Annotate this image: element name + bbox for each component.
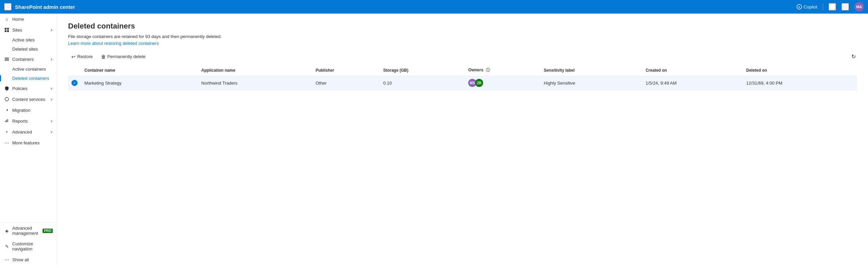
svg-rect-7 [5, 30, 6, 32]
sidebar-advanced-label: Advanced [12, 129, 48, 135]
svg-rect-1 [5, 6, 11, 7]
svg-point-10 [6, 131, 7, 132]
sidebar-item-reports[interactable]: Reports ∨ [0, 116, 57, 126]
permanently-delete-icon: 🗑 [101, 54, 106, 59]
svg-rect-2 [5, 8, 11, 9]
row-storage-gb: 0.10 [380, 76, 465, 90]
sidebar-item-containers[interactable]: Containers ∧ [0, 54, 57, 65]
sidebar-item-show-all[interactable]: ⋯ Show all [0, 254, 57, 265]
sidebar-more-features-label: More features [12, 140, 53, 145]
topbar-right: ✦ Copilot MA [797, 2, 864, 12]
topbar: SharePoint admin center ✦ Copilot MA [0, 0, 868, 14]
restore-button[interactable]: ↩ Restore [68, 52, 96, 61]
sidebar-policies-label: Policies [12, 86, 48, 91]
svg-rect-5 [5, 28, 6, 30]
svg-rect-0 [5, 4, 11, 5]
table-header: Container name Application name Publishe… [68, 65, 857, 76]
refresh-button[interactable]: ↻ [850, 52, 857, 61]
owner-avatar: ZR [475, 79, 483, 87]
sidebar-item-active-sites[interactable]: Active sites [0, 35, 57, 45]
col-deleted-on: Deleted on [743, 65, 857, 76]
containers-chevron-icon: ∧ [50, 57, 53, 61]
sidebar-item-deleted-containers[interactable]: Deleted containers [0, 74, 57, 83]
sidebar-item-sites[interactable]: Sites ∧ [0, 24, 57, 35]
row-select-cell[interactable]: ✓ [68, 76, 81, 90]
table-body: ✓Marketing StrategyNorthwind TradersOthe… [68, 76, 857, 90]
policies-icon [4, 86, 10, 91]
sidebar-item-more-features[interactable]: ⋯ More features [0, 137, 57, 148]
hamburger-icon[interactable] [4, 3, 12, 11]
permanently-delete-button[interactable]: 🗑 Permanently delete [98, 52, 149, 61]
row-check-icon: ✓ [71, 80, 78, 86]
col-created-on: Created on [642, 65, 743, 76]
sidebar-item-content-services[interactable]: Content services ∨ [0, 94, 57, 105]
sidebar-content-services-label: Content services [12, 97, 48, 102]
page-title: Deleted containers [68, 22, 857, 31]
svg-rect-8 [7, 30, 9, 32]
sidebar-show-all-label: Show all [12, 257, 53, 262]
main-content: Deleted containers File storage containe… [57, 14, 868, 265]
content-services-icon [4, 96, 10, 102]
row-owners: MSZR [465, 76, 540, 90]
sites-icon [4, 27, 10, 33]
col-sensitivity-label: Sensitivity label [540, 65, 642, 76]
sidebar-item-active-containers[interactable]: Active containers [0, 65, 57, 74]
svg-rect-6 [7, 28, 9, 30]
table-header-row: Container name Application name Publishe… [68, 65, 857, 76]
col-publisher: Publisher [312, 65, 380, 76]
sidebar-item-home[interactable]: ⌂ Home [0, 14, 57, 24]
topbar-divider [823, 3, 823, 10]
policies-chevron-icon: ∨ [50, 87, 53, 90]
advanced-management-icon: ◈ [4, 228, 10, 233]
row-deleted-on: 12/31/69, 4:00 PM [743, 76, 857, 90]
sidebar-home-label: Home [12, 17, 53, 22]
sidebar-advanced-management-label: Advanced management [12, 226, 38, 236]
home-icon: ⌂ [4, 16, 10, 22]
restore-icon: ↩ [71, 54, 76, 59]
table-row[interactable]: ✓Marketing StrategyNorthwind TradersOthe… [68, 76, 857, 90]
avatar[interactable]: MA [854, 2, 864, 12]
row-created-on: 1/5/24, 9:49 AM [642, 76, 743, 90]
topbar-left: SharePoint admin center [4, 3, 75, 11]
owners-info-icon[interactable]: ⓘ [486, 68, 490, 72]
row-application-name: Northwind Traders [198, 76, 312, 90]
pro-badge: PRO [43, 229, 53, 233]
sidebar-item-policies[interactable]: Policies ∨ [0, 83, 57, 94]
settings-icon[interactable] [829, 3, 836, 11]
col-application-name: Application name [198, 65, 312, 76]
page-description: File storage containers are retained for… [68, 34, 857, 39]
sidebar-item-customize-navigation[interactable]: ✎ Customize navigation [0, 238, 57, 254]
row-container-name: Marketing Strategy [81, 76, 198, 90]
sidebar-item-advanced-management[interactable]: ◈ Advanced management PRO [0, 223, 57, 238]
customize-nav-icon: ✎ [4, 244, 10, 249]
sidebar-bottom: ◈ Advanced management PRO ✎ Customize na… [0, 223, 57, 265]
sites-chevron-icon: ∧ [50, 28, 53, 32]
sidebar: ⌂ Home Sites ∧ Active sites Deleted site… [0, 14, 57, 265]
sites-section: Active sites Deleted sites [0, 35, 57, 54]
sidebar-reports-label: Reports [12, 119, 48, 124]
content-services-chevron-icon: ∨ [50, 98, 53, 101]
sidebar-item-advanced[interactable]: Advanced ∨ [0, 126, 57, 137]
col-container-name: Container name [81, 65, 198, 76]
reports-icon [4, 118, 10, 124]
copilot-button[interactable]: ✦ Copilot [797, 4, 817, 10]
reports-chevron-icon: ∨ [50, 119, 53, 123]
sidebar-item-deleted-sites[interactable]: Deleted sites [0, 45, 57, 54]
row-publisher: Other [312, 76, 380, 90]
advanced-icon [4, 129, 10, 135]
toolbar: ↩ Restore 🗑 Permanently delete ↻ [68, 52, 857, 63]
show-all-icon: ⋯ [4, 257, 10, 262]
sidebar-item-migration[interactable]: Migration [0, 105, 57, 116]
help-icon[interactable] [841, 3, 849, 11]
app-title: SharePoint admin center [15, 4, 75, 10]
advanced-chevron-icon: ∨ [50, 130, 53, 134]
svg-point-9 [5, 98, 9, 101]
layout: ⌂ Home Sites ∧ Active sites Deleted site… [0, 14, 868, 265]
deleted-containers-table: Container name Application name Publishe… [68, 65, 857, 90]
migration-icon [4, 107, 10, 113]
col-select [68, 65, 81, 76]
containers-icon [4, 56, 10, 62]
learn-more-link[interactable]: Learn more about restoring deleted conta… [68, 41, 159, 46]
sidebar-sites-label: Sites [12, 28, 48, 33]
col-storage-gb: Storage (GB) [380, 65, 465, 76]
